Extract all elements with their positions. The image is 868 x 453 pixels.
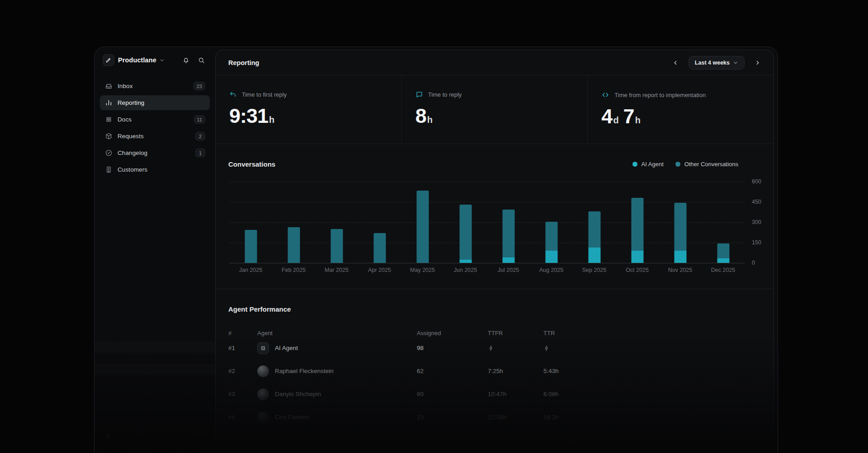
sidebar-item-inbox[interactable]: Inbox 23 [100,79,210,93]
bar-apr-2025[interactable] [358,182,401,263]
agent-cell: Ciro Palmieri [257,411,417,423]
help-button[interactable]: ? [100,429,116,444]
x-axis-label: Feb 2025 [272,267,315,289]
bar-sep-2025[interactable] [573,182,616,263]
bar-jul-2025[interactable] [487,182,530,263]
sidebar-nav: Inbox 23 Reporting [94,73,215,177]
x-axis-label: Jul 2025 [487,267,530,289]
date-range-controls: Last 4 weeks [670,56,764,70]
bar-jun-2025[interactable] [444,182,487,263]
pen-icon [105,57,112,63]
sidebar-item-label: Reporting [118,99,205,106]
rank-cell: #1 [228,345,257,351]
y-axis-tick: 450 [752,199,761,205]
stat-time-to-first-reply: Time to first reply 9:31h [216,75,401,144]
x-axis-label: Jun 2025 [444,267,487,289]
page-header: Reporting Last 4 weeks [216,50,774,75]
date-range-label: Last 4 weeks [695,60,730,66]
bar-segment-other [717,243,729,258]
productlane-logo[interactable] [103,54,114,66]
notifications-bell-icon[interactable] [180,54,192,66]
sidebar-item-label: Changelog [118,149,190,156]
bar-segment-other [416,191,429,263]
stat-label: Time from report to implementation [614,92,706,98]
bar-mar-2025[interactable] [315,182,358,263]
date-range-dropdown[interactable]: Last 4 weeks [689,56,745,70]
ai-agent-avatar [257,342,269,354]
bar-segment-other [373,233,386,263]
conversations-section: Conversations AI Agent Other Conversatio… [216,144,774,289]
sidebar-item-docs[interactable]: Docs 11 [100,112,210,127]
sidebar-header: Productlane [94,47,215,73]
ttr-cell: 5:43h [543,368,761,374]
avatar [257,365,269,377]
chat-bubble-icon [415,91,423,98]
lightning-icon [543,345,761,351]
table-row[interactable]: #4 Ciro Palmieri 23 12:56h 1d 2h [228,406,761,429]
changelog-count-badge: 1 [195,149,205,157]
cube-icon [104,132,113,140]
sidebar-item-requests[interactable]: Requests 2 [100,129,210,144]
search-icon[interactable] [195,54,207,66]
rank-cell: #4 [228,414,257,420]
table-row[interactable]: #3 Danylo Shchepin 60 10:47h 6:08h [228,383,761,406]
stats-row: Time to first reply 9:31h Time to reply … [216,75,774,144]
docs-count-badge: 11 [194,115,205,124]
agent-cell: AI Agent [257,342,417,354]
x-axis-label: Nov 2025 [659,267,702,289]
ttr-cell: 6:08h [543,391,761,397]
page-title: Reporting [228,59,259,66]
bar-dec-2025[interactable] [702,182,745,263]
bar-may-2025[interactable] [401,182,444,263]
y-axis-tick: 150 [752,239,761,246]
stat-time-to-reply: Time to reply 8h [401,75,588,144]
workspace-name[interactable]: Productlane [118,56,156,64]
ttfr-cell: 10:47h [488,391,543,397]
sidebar-item-label: Requests [118,133,190,140]
sidebar-item-reporting[interactable]: Reporting [100,95,210,110]
conversations-bar-chart[interactable]: 0150300450600 [229,182,745,263]
col-rank: # [228,330,257,336]
app-window: Productlane [94,47,778,453]
conversations-title: Conversations [228,160,275,168]
sidebar-item-changelog[interactable]: Changelog 1 [100,145,210,160]
stat-unit: d [613,115,618,125]
bar-segment-ai [717,258,729,263]
bar-feb-2025[interactable] [272,182,315,263]
assigned-cell: 23 [417,414,488,420]
y-axis-tick: 0 [752,260,755,266]
building-icon [104,166,113,174]
bar-segment-ai [588,248,600,263]
bar-segment-other [631,198,643,251]
bar-aug-2025[interactable] [530,182,573,263]
sidebar-item-customers[interactable]: Customers [100,162,210,177]
bar-segment-ai [502,257,514,263]
main-panel: Reporting Last 4 weeks [215,50,774,453]
col-agent: Agent [257,330,417,336]
legend-dot-other [675,162,680,167]
stat-value: 9:31h [229,104,389,128]
sidebar-item-label: Customers [118,166,205,173]
x-axis-label: Sep 2025 [573,267,616,289]
col-assigned: Assigned [417,330,488,336]
x-axis-label: Oct 2025 [616,267,659,289]
assigned-cell: 98 [417,345,488,351]
bar-nov-2025[interactable] [659,182,702,263]
stat-unit: h [635,115,641,125]
table-row[interactable]: #2 Raphael Fleckenstein 62 7:25h 5:43h [228,360,761,383]
reply-arrow-icon [229,91,237,98]
table-row[interactable]: #1 AI Agent 98 [228,336,761,360]
lightning-icon [488,345,543,351]
requests-count-badge: 2 [195,132,205,140]
rank-cell: #3 [228,391,257,397]
agent-performance-section: Agent Performance # Agent Assigned TTFR … [216,289,774,429]
prev-period-button[interactable] [670,57,681,69]
bar-segment-ai [545,251,557,263]
next-period-button[interactable] [752,57,764,69]
bar-jan-2025[interactable] [229,182,272,263]
chevron-down-icon[interactable] [159,57,165,63]
stat-label: Time to reply [428,91,462,98]
bar-oct-2025[interactable] [616,182,659,263]
sidebar-item-label: Inbox [118,83,189,89]
rank-cell: #2 [228,368,257,374]
